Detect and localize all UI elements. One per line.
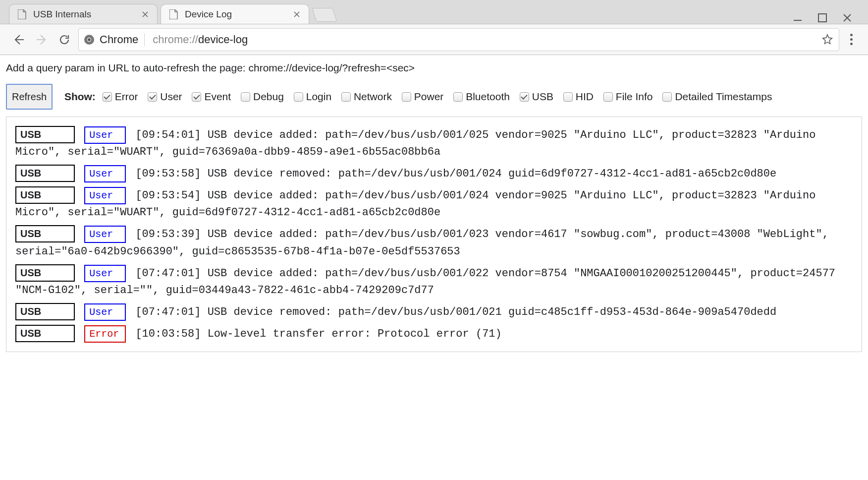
- page-content: Add a query param in URL to auto-refresh…: [0, 55, 868, 359]
- url-prefix: chrome://: [153, 33, 198, 46]
- tab-title: USB Internals: [33, 9, 91, 20]
- log-type-badge: USB: [15, 165, 75, 182]
- log-entry: USB Error [10:03:58] Low-level transfer …: [15, 325, 853, 343]
- log-timestamp: [07:47:01]: [129, 267, 207, 280]
- log-type-badge: USB: [15, 126, 75, 143]
- log-entry: USB User [09:53:39] USB device added: pa…: [15, 225, 853, 260]
- filter-usb[interactable]: USB: [520, 86, 553, 107]
- log-entry: USB User [09:53:54] USB device added: pa…: [15, 186, 853, 221]
- page-icon: [169, 9, 179, 19]
- forward-button[interactable]: [33, 31, 51, 49]
- checkbox-icon[interactable]: [103, 92, 112, 102]
- log-level-badge: User: [84, 265, 126, 282]
- svg-rect-0: [818, 14, 826, 22]
- log-level-badge: User: [84, 187, 126, 204]
- filter-network[interactable]: Network: [341, 86, 392, 107]
- filter-login[interactable]: Login: [294, 86, 331, 107]
- log-message: Low-level transfer error: Protocol error…: [208, 328, 502, 340]
- checkbox-icon[interactable]: [520, 92, 529, 102]
- filter-label: USB: [532, 86, 553, 107]
- new-tab-button[interactable]: [312, 8, 337, 22]
- checkbox-icon[interactable]: [341, 92, 351, 102]
- show-label: Show:: [64, 91, 96, 102]
- log-timestamp: [10:03:58]: [129, 328, 207, 340]
- log-entry: USB User [09:53:58] USB device removed: …: [15, 165, 853, 182]
- filter-debug[interactable]: Debug: [241, 86, 284, 107]
- filter-detailed-timestamps[interactable]: Detailed Timestamps: [662, 86, 772, 107]
- bookmark-star-icon[interactable]: [822, 34, 834, 46]
- filter-label: Event: [204, 86, 231, 107]
- close-window-icon[interactable]: [841, 12, 853, 24]
- filter-event[interactable]: Event: [192, 86, 231, 107]
- log-timestamp: [09:53:58]: [129, 168, 207, 180]
- log-entry: USB User [07:47:01] USB device removed: …: [15, 303, 853, 321]
- filter-error[interactable]: Error: [103, 86, 138, 107]
- filter-label: Detailed Timestamps: [675, 86, 772, 107]
- filter-file-info[interactable]: File Info: [603, 86, 653, 107]
- checkbox-icon[interactable]: [563, 92, 573, 102]
- filter-label: Debug: [253, 86, 284, 107]
- filter-user[interactable]: User: [148, 86, 182, 107]
- checkbox-icon[interactable]: [402, 92, 411, 102]
- close-icon[interactable]: [140, 9, 150, 19]
- url-text: chrome://device-log: [153, 33, 248, 46]
- tab-usb-internals[interactable]: USB Internals: [9, 4, 158, 24]
- url-path: device-log: [198, 33, 248, 46]
- checkbox-icon[interactable]: [662, 92, 672, 102]
- checkbox-icon[interactable]: [603, 92, 613, 102]
- checkbox-icon[interactable]: [241, 92, 250, 102]
- refresh-button[interactable]: Refresh: [6, 84, 53, 110]
- minimize-icon[interactable]: [792, 12, 804, 24]
- browser-menu-button[interactable]: [844, 34, 858, 45]
- log-type-badge: USB: [15, 264, 75, 282]
- log-timestamp: [09:54:01]: [129, 129, 207, 141]
- filter-bluetooth[interactable]: Bluetooth: [453, 86, 510, 107]
- filter-label: HID: [576, 86, 594, 107]
- maximize-icon[interactable]: [816, 12, 828, 24]
- filter-power[interactable]: Power: [402, 86, 444, 107]
- log-entry: USB User [09:54:01] USB device added: pa…: [15, 126, 853, 161]
- checkbox-icon[interactable]: [294, 92, 303, 102]
- filter-label: Login: [306, 86, 331, 107]
- reload-button[interactable]: [55, 31, 73, 49]
- page-icon: [17, 9, 27, 19]
- log-container: USB User [09:54:01] USB device added: pa…: [6, 117, 862, 352]
- checkbox-icon[interactable]: [148, 92, 157, 102]
- log-level-badge: User: [84, 226, 126, 243]
- browser-frame: USB Internals Device Log: [0, 0, 868, 55]
- log-level-badge: User: [84, 126, 126, 144]
- log-level-badge: User: [84, 165, 126, 182]
- filter-label: Power: [414, 86, 444, 107]
- tab-title: Device Log: [185, 9, 232, 20]
- checkbox-icon[interactable]: [192, 92, 201, 102]
- window-controls: [792, 12, 864, 24]
- chrome-icon: [84, 34, 95, 45]
- url-scheme-label: Chrome: [100, 33, 145, 46]
- auto-refresh-hint: Add a query param in URL to auto-refresh…: [6, 62, 862, 74]
- filter-label: User: [160, 86, 182, 107]
- address-bar[interactable]: Chrome chrome://device-log: [78, 28, 839, 51]
- log-type-badge: USB: [15, 325, 75, 342]
- log-entry: USB User [07:47:01] USB device added: pa…: [15, 264, 853, 299]
- filter-label: Bluetooth: [466, 86, 510, 107]
- back-button[interactable]: [10, 31, 28, 49]
- checkbox-icon[interactable]: [453, 92, 463, 102]
- browser-toolbar: Chrome chrome://device-log: [0, 24, 868, 55]
- log-timestamp: [09:53:39]: [129, 228, 207, 240]
- log-message: USB device removed: path=/dev/bus/usb/00…: [208, 168, 777, 180]
- log-type-badge: USB: [15, 186, 75, 204]
- filter-hid[interactable]: HID: [563, 86, 594, 107]
- log-type-badge: USB: [15, 303, 75, 320]
- tab-strip: USB Internals Device Log: [0, 0, 868, 24]
- log-timestamp: [09:53:54]: [129, 189, 207, 202]
- filter-controls: Refresh Show: Error User Event Debug Log…: [6, 84, 862, 110]
- filter-label: File Info: [616, 86, 653, 107]
- filter-label: Error: [115, 86, 138, 107]
- tab-device-log[interactable]: Device Log: [161, 4, 309, 24]
- filter-label: Network: [354, 86, 392, 107]
- svg-point-3: [88, 38, 91, 41]
- log-message: USB device removed: path=/dev/bus/usb/00…: [208, 306, 777, 318]
- log-timestamp: [07:47:01]: [129, 306, 207, 318]
- close-icon[interactable]: [292, 9, 302, 19]
- log-type-badge: USB: [15, 225, 75, 242]
